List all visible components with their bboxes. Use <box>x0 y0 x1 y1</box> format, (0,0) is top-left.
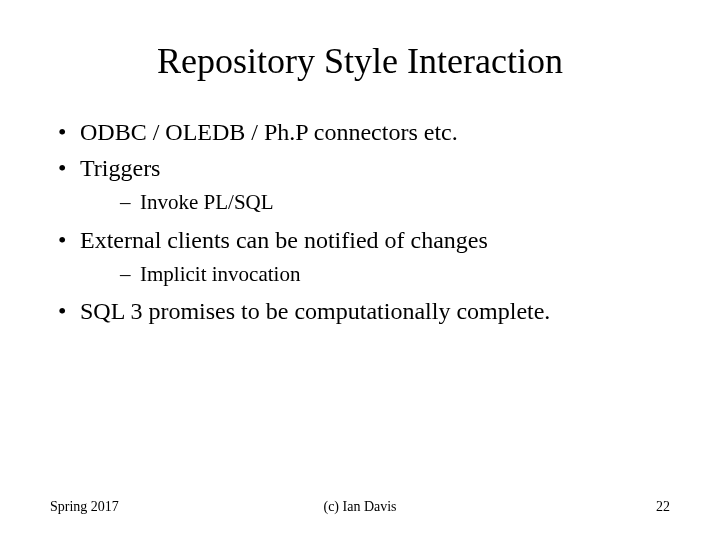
bullet-item: ODBC / OLEDB / Ph.P connectors etc. <box>50 117 670 148</box>
bullet-item: Triggers Invoke PL/SQL <box>50 153 670 216</box>
slide-content: ODBC / OLEDB / Ph.P connectors etc. Trig… <box>50 117 670 327</box>
bullet-text: SQL 3 promises to be computationally com… <box>80 298 550 324</box>
dash-list: Invoke PL/SQL <box>80 189 670 216</box>
bullet-text: External clients can be notified of chan… <box>80 227 488 253</box>
footer-copyright: (c) Ian Davis <box>257 499 464 515</box>
footer-date: Spring 2017 <box>50 499 257 515</box>
slide-title: Repository Style Interaction <box>50 40 670 82</box>
dash-item: Implicit invocation <box>80 261 670 288</box>
bullet-item: External clients can be notified of chan… <box>50 225 670 288</box>
dash-list: Implicit invocation <box>80 261 670 288</box>
bullet-text: ODBC / OLEDB / Ph.P connectors etc. <box>80 119 458 145</box>
bullet-item: SQL 3 promises to be computationally com… <box>50 296 670 327</box>
dash-item: Invoke PL/SQL <box>80 189 670 216</box>
footer-page-number: 22 <box>463 499 670 515</box>
bullet-text: Triggers <box>80 155 160 181</box>
bullet-list: ODBC / OLEDB / Ph.P connectors etc. Trig… <box>50 117 670 327</box>
slide-footer: Spring 2017 (c) Ian Davis 22 <box>50 499 670 515</box>
